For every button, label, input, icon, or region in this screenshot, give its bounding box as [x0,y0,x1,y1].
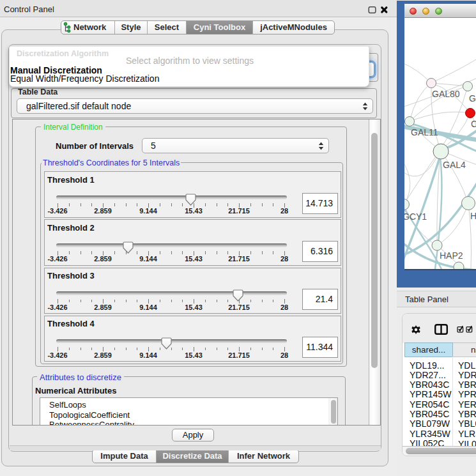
svg-text:GAL80: GAL80 [432,89,460,99]
svg-text:H: H [470,211,476,221]
svg-text:GAL4: GAL4 [443,160,466,170]
svg-text:GA: GA [469,93,476,104]
svg-text:GCY1: GCY1 [404,211,427,222]
svg-text:C: C [471,119,476,129]
svg-text:GAL11: GAL11 [411,127,438,137]
svg-text:HAP2: HAP2 [440,250,463,261]
